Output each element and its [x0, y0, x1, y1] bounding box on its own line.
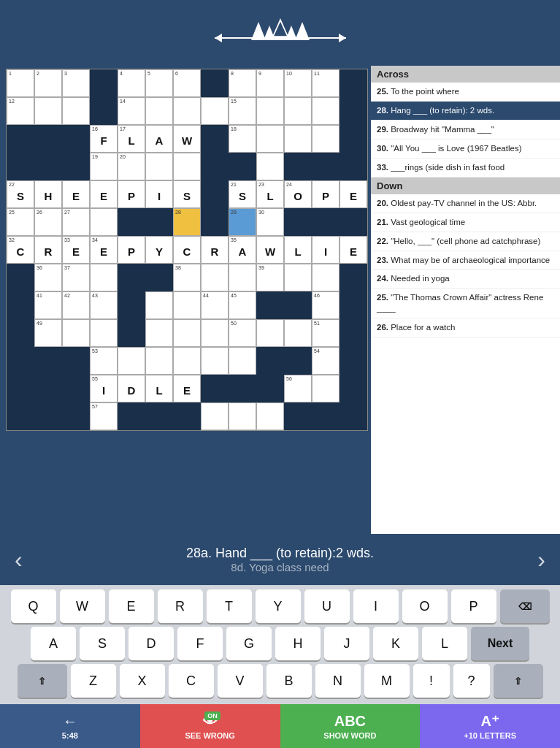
- key-q[interactable]: Q: [11, 589, 56, 623]
- cell-11-9[interactable]: [256, 375, 284, 402]
- cell-10-6[interactable]: [173, 347, 201, 375]
- cell-6-1[interactable]: R: [34, 236, 62, 264]
- cell-9-9[interactable]: [256, 319, 284, 347]
- cell-3-3[interactable]: 19: [90, 153, 118, 180]
- cell-1-11[interactable]: [312, 97, 340, 125]
- key-d[interactable]: D: [129, 627, 174, 660]
- cell-7-7[interactable]: [201, 264, 229, 291]
- cell-10-5[interactable]: [145, 347, 173, 375]
- clue-across-28[interactable]: 28. Hang ___ (to retain): 2 wds.: [371, 102, 560, 121]
- key-u[interactable]: U: [304, 589, 350, 623]
- shift-right-key[interactable]: ⇧: [494, 664, 543, 698]
- cell-1-5[interactable]: [145, 97, 173, 125]
- key-w[interactable]: W: [60, 589, 105, 623]
- cell-11-10[interactable]: 56: [284, 375, 312, 402]
- cell-4-6[interactable]: S: [173, 180, 201, 208]
- clue-down-20[interactable]: 20. Oldest pay-TV channel in the US: Abb…: [371, 194, 560, 213]
- cell-8-1[interactable]: 41: [34, 291, 62, 319]
- cell-3-12[interactable]: [340, 153, 367, 180]
- key-c[interactable]: C: [169, 664, 214, 698]
- cell-4-10[interactable]: 24O: [284, 180, 312, 208]
- see-wrong-button[interactable]: 👁 ON SEE WRONG: [140, 704, 280, 748]
- crossword-grid[interactable]: 12345689101112141516F17LAW18192022SHEEPI…: [6, 69, 368, 431]
- cell-6-5[interactable]: Y: [145, 236, 173, 264]
- cell-10-11[interactable]: 54: [312, 347, 340, 375]
- key-o[interactable]: O: [402, 589, 448, 623]
- cell-5-11[interactable]: [312, 208, 340, 236]
- cell-9-7[interactable]: [201, 319, 229, 347]
- cell-7-10[interactable]: [284, 264, 312, 291]
- cell-3-7[interactable]: [201, 153, 229, 180]
- cell-3-8[interactable]: [229, 153, 256, 180]
- cell-10-7[interactable]: [201, 347, 229, 375]
- clue-across-33[interactable]: 33. ___rings (side dish in fast food: [371, 159, 560, 178]
- cell-0-12[interactable]: [340, 69, 367, 97]
- cell-7-6[interactable]: 38: [173, 264, 201, 291]
- cell-8-3[interactable]: 43: [90, 291, 118, 319]
- cell-5-5[interactable]: [145, 208, 173, 236]
- cell-5-6[interactable]: 28: [173, 208, 201, 236]
- cell-6-9[interactable]: W: [256, 236, 284, 264]
- cell-6-0[interactable]: 32C: [7, 236, 34, 264]
- cell-9-10[interactable]: [284, 319, 312, 347]
- cell-7-5[interactable]: [145, 264, 173, 291]
- cell-2-11[interactable]: [312, 125, 340, 153]
- cell-10-12[interactable]: [340, 347, 367, 375]
- cell-9-8[interactable]: 50: [229, 319, 256, 347]
- cell-8-5[interactable]: [145, 291, 173, 319]
- cell-0-2[interactable]: 3: [62, 69, 90, 97]
- cell-10-2[interactable]: [62, 347, 90, 375]
- delete-key[interactable]: ⌫: [500, 589, 550, 623]
- cell-0-5[interactable]: 5: [145, 69, 173, 97]
- next-key[interactable]: Next: [471, 627, 529, 660]
- cell-12-11[interactable]: [312, 402, 340, 430]
- cell-7-0[interactable]: [7, 264, 34, 291]
- cell-11-3[interactable]: 55I: [90, 375, 118, 402]
- cell-2-7[interactable]: [201, 125, 229, 153]
- key-h[interactable]: H: [275, 627, 321, 660]
- cell-2-10[interactable]: [284, 125, 312, 153]
- cell-4-2[interactable]: E: [62, 180, 90, 208]
- clue-across-25[interactable]: 25. To the point where: [371, 83, 560, 102]
- cell-0-11[interactable]: 11: [312, 69, 340, 97]
- cell-0-4[interactable]: 4: [118, 69, 145, 97]
- clue-across-30[interactable]: 30. "All You ___ is Love (1967 Beatles): [371, 140, 560, 159]
- key-a[interactable]: A: [31, 627, 76, 660]
- clue-down-22[interactable]: 22. "Hello, ___" (cell phone ad catchphr…: [371, 232, 560, 251]
- prev-clue-button[interactable]: ‹: [7, 546, 30, 573]
- cell-7-9[interactable]: 39: [256, 264, 284, 291]
- cell-11-6[interactable]: E: [173, 375, 201, 402]
- cell-0-3[interactable]: [90, 69, 118, 97]
- cell-0-10[interactable]: 10: [284, 69, 312, 97]
- key-f[interactable]: F: [177, 627, 223, 660]
- cell-0-0[interactable]: 1: [7, 69, 34, 97]
- cell-6-6[interactable]: C: [173, 236, 201, 264]
- key-j[interactable]: J: [324, 627, 369, 660]
- cell-5-4[interactable]: [118, 208, 145, 236]
- cell-9-0[interactable]: [7, 319, 34, 347]
- cell-12-10[interactable]: [284, 402, 312, 430]
- cell-2-12[interactable]: [340, 125, 367, 153]
- key-z[interactable]: Z: [71, 664, 116, 698]
- cell-5-9[interactable]: 30: [256, 208, 284, 236]
- key-y[interactable]: Y: [256, 589, 301, 623]
- cell-6-11[interactable]: I: [312, 236, 340, 264]
- cell-9-4[interactable]: [118, 319, 145, 347]
- cell-10-4[interactable]: [118, 347, 145, 375]
- key-i[interactable]: I: [353, 589, 399, 623]
- show-word-button[interactable]: ABC SHOW WORD: [280, 704, 421, 748]
- cell-1-9[interactable]: [256, 97, 284, 125]
- cell-3-1[interactable]: [34, 153, 62, 180]
- cell-0-6[interactable]: 6: [173, 69, 201, 97]
- cell-10-8[interactable]: [229, 347, 256, 375]
- cell-11-2[interactable]: [62, 375, 90, 402]
- cell-3-10[interactable]: [284, 153, 312, 180]
- key-v[interactable]: V: [218, 664, 263, 698]
- cell-12-1[interactable]: [34, 402, 62, 430]
- cell-7-2[interactable]: 37: [62, 264, 90, 291]
- cell-6-10[interactable]: L: [284, 236, 312, 264]
- cell-10-0[interactable]: [7, 347, 34, 375]
- cell-11-12[interactable]: [340, 375, 367, 402]
- cell-3-4[interactable]: 20: [118, 153, 145, 180]
- key-question[interactable]: ?: [453, 664, 490, 698]
